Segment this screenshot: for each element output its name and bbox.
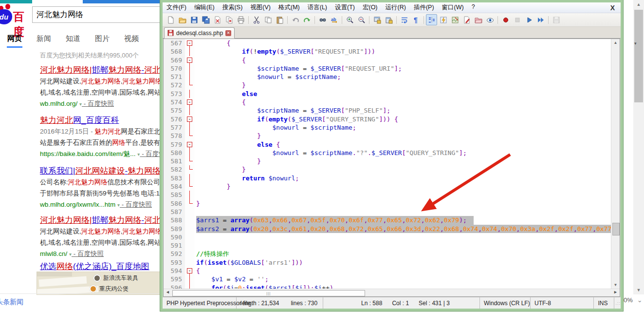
code-line[interactable]: $nowurl = $scriptName; (196, 123, 611, 132)
toolbar-icon-macro-play[interactable] (523, 14, 534, 25)
code-line[interactable]: { (196, 267, 611, 275)
toolbar-icon-macro-record[interactable] (500, 14, 511, 25)
toolbar-icon-indent-guide[interactable] (426, 14, 437, 25)
menu-item-8[interactable]: 运行(R) (382, 3, 410, 12)
toolbar-icon-function-list[interactable] (438, 14, 449, 25)
result-title[interactable]: 魅力河北网_百度百科 (40, 115, 172, 126)
status-insert-mode[interactable]: INS (594, 297, 614, 309)
code-line[interactable]: $arrs1 = array(0x63,0x66,0x67,0x5f,0x70,… (196, 216, 611, 224)
code-line[interactable]: for($i=0;isset($arrs1[$i]);$i++) (196, 284, 611, 289)
browser-zoom-control[interactable]: 0%⌄ (624, 296, 643, 304)
editor-horizontal-scrollbar[interactable]: ◄ ||| ► (164, 289, 620, 296)
menu-item-5[interactable]: 语言(L) (304, 3, 331, 12)
resize-grip[interactable]: .:: (615, 301, 621, 306)
code-line[interactable]: } (196, 81, 611, 89)
menu-item-2[interactable]: 搜索(S) (219, 3, 247, 12)
code-line[interactable]: if(empty($_SERVER["QUERY_STRING"])) { (196, 115, 611, 123)
fold-margin[interactable] (185, 39, 195, 289)
code-line[interactable]: { (196, 56, 611, 64)
toolbar-icon-undo[interactable] (290, 14, 301, 25)
code-line[interactable]: else { (196, 140, 611, 149)
editor-vertical-scrollbar[interactable]: ▲ ▼ (611, 39, 620, 289)
scroll-right-icon[interactable]: ► (613, 290, 618, 294)
result-url[interactable]: https://baike.baidu.com/item/魅... (40, 150, 137, 157)
toolbar-icon-close[interactable] (212, 14, 223, 25)
bottom-news-link[interactable]: 头条新闻 (0, 298, 23, 307)
scroll-up-icon[interactable]: ▲ (611, 40, 620, 45)
code-line[interactable] (196, 241, 611, 250)
tab-dedesql-class-php[interactable]: dedesql.class.php ✕ (164, 27, 235, 39)
menu-item-11[interactable]: ? (468, 3, 479, 12)
code-line[interactable]: $v1 = $v2 = ''; (196, 275, 611, 283)
code-line[interactable]: //特殊操作 (196, 250, 611, 258)
status-encoding[interactable]: UTF-8 (531, 297, 594, 309)
toolbar-icon-zoom-out[interactable] (356, 14, 367, 25)
baidu-tab-3[interactable]: 图片 (88, 32, 117, 47)
code-line[interactable]: $nowurl = $scriptName."?".$_SERVER["QUER… (196, 149, 611, 157)
fold-toggle[interactable] (185, 115, 195, 123)
menu-item-3[interactable]: 视图(V) (246, 3, 275, 12)
menu-item-10[interactable]: 窗口(W) (438, 3, 468, 12)
toolbar-icon-show-all-chars[interactable]: ¶ (410, 14, 422, 25)
baidu-tab-4[interactable]: 视频 (117, 32, 146, 47)
result-url[interactable]: mlwl8.cn/ (40, 250, 69, 257)
toolbar-icon-copy[interactable] (262, 14, 274, 25)
code-line[interactable]: else (196, 90, 611, 98)
fold-toggle[interactable] (185, 56, 195, 64)
cache-link[interactable]: - 百度快照 (82, 100, 114, 107)
code-line[interactable]: } (196, 182, 611, 191)
toolbar-icon-paste[interactable] (274, 14, 285, 25)
baidu-tab-0[interactable]: 网页 (0, 32, 29, 47)
baidu-logo[interactable]: du 百度 (0, 4, 32, 25)
code-line[interactable] (196, 208, 611, 216)
hscroll-thumb[interactable]: ||| (172, 290, 365, 296)
cache-link[interactable]: - 百度快照 (120, 201, 152, 208)
window-close-button[interactable]: X (610, 4, 615, 12)
code-line[interactable]: } (196, 199, 611, 208)
code-line[interactable]: { (196, 39, 611, 47)
menu-item-7[interactable]: 宏(O) (359, 3, 382, 12)
scroll-down-icon[interactable]: ▼ (611, 283, 620, 287)
toolbar-icon-folder-workspace[interactable] (473, 14, 484, 25)
toolbar-icon-sync-h[interactable] (383, 14, 394, 25)
toolbar-icon-cut[interactable] (251, 14, 262, 25)
cache-link[interactable]: - 百度快照 (72, 250, 104, 257)
toolbar-icon-doc-switcher[interactable] (461, 14, 472, 25)
toolbar-icon-word-wrap[interactable] (399, 14, 410, 25)
code-line[interactable]: if(isset($GLOBALS['arrs1'])) (196, 258, 611, 267)
menu-item-1[interactable]: 编辑(E) (190, 3, 219, 12)
toolbar-icon-new[interactable] (165, 14, 176, 25)
code-line[interactable]: $scriptName = $_SERVER["PHP_SELF"]; (196, 106, 611, 115)
result-title[interactable]: 优选网络(优之涵店)_百度地图 (40, 261, 149, 272)
result-title[interactable]: 河北魅力网络|邯郸魅力网络-河北网 (40, 215, 169, 226)
fold-toggle[interactable] (185, 98, 195, 106)
toolbar-icon-zoom-in[interactable] (344, 14, 355, 25)
toolbar-icon-macro-run[interactable] (535, 14, 546, 25)
result-title[interactable]: 河北魅力网络|邯郸魅力网络-河北网 (40, 65, 169, 76)
toolbar-icon-close-all[interactable] (223, 14, 235, 25)
toolbar-icon-save[interactable] (188, 14, 200, 25)
code-line[interactable]: $scriptName = $_SERVER["REQUEST_URI"]; (196, 64, 611, 73)
fold-toggle[interactable] (185, 39, 195, 47)
toolbar-icon-save-all[interactable] (200, 14, 211, 25)
result-url[interactable]: wb.mlhd.org/ (40, 100, 79, 107)
baidu-tab-2[interactable]: 知道 (58, 32, 88, 47)
scroll-left-icon[interactable]: ◄ (166, 290, 170, 294)
code-line[interactable]: $nowurl = $scriptName; (196, 73, 611, 81)
vscroll-thumb[interactable] (612, 223, 620, 235)
code-line[interactable]: } (196, 165, 611, 174)
code-line[interactable]: } (196, 132, 611, 140)
code-line[interactable]: $arrs2 = array(0x20,0x3c,0x61,0x20,0x68,… (196, 225, 611, 233)
scroll-up-icon[interactable]: ▲ (633, 2, 644, 7)
status-eol-format[interactable]: Windows (CR LF) (480, 297, 531, 309)
toolbar-icon-open[interactable] (177, 14, 188, 25)
code-line[interactable] (196, 233, 611, 241)
menu-item-9[interactable]: 插件(P) (410, 3, 438, 12)
code-line[interactable]: { (196, 98, 611, 106)
code-line[interactable]: } (196, 157, 611, 165)
menu-item-4[interactable]: 格式(M) (275, 3, 304, 12)
toolbar-icon-print[interactable] (235, 14, 246, 25)
code-line[interactable] (196, 191, 611, 199)
toolbar-icon-doc-map[interactable] (449, 14, 460, 25)
toolbar-icon-macro-stop[interactable] (512, 14, 523, 25)
